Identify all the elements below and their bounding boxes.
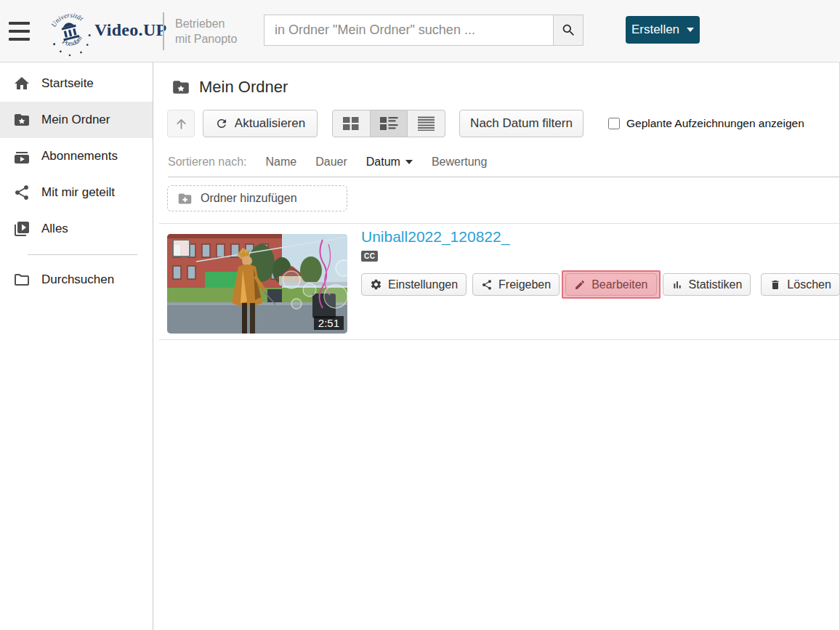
grid-view-icon <box>343 116 359 131</box>
go-up-button[interactable] <box>167 110 195 137</box>
captions-cc-badge: CC <box>361 251 378 262</box>
view-detail-button[interactable] <box>407 110 445 137</box>
search-bar <box>264 15 583 46</box>
video-library-icon <box>13 220 31 238</box>
brand-title[interactable]: Video.UP <box>94 20 167 40</box>
sidebar-item-startseite[interactable]: Startseite <box>0 65 153 102</box>
sidebar-item-mein-ordner[interactable]: Mein Ordner <box>0 102 153 138</box>
scheduled-recordings-checkbox[interactable] <box>608 118 620 129</box>
folder-plus-icon <box>177 191 193 206</box>
bar-chart-icon <box>671 279 683 291</box>
delete-button[interactable]: Löschen <box>761 273 840 296</box>
arrow-up-icon <box>174 117 188 131</box>
view-mode-group <box>332 110 445 137</box>
main-content: Mein Ordner Aktualisieren Nach Datum fil… <box>153 62 840 630</box>
hamburger-icon[interactable] <box>9 22 30 41</box>
sort-option-dauer[interactable]: Dauer <box>315 156 347 169</box>
video-up-panopto-app: { "topbar": { "menu_icon": "hamburger-ic… <box>0 0 840 630</box>
video-list-row: 2:51 Uniball2022_120822_ CC Einstellunge… <box>159 223 839 340</box>
create-button[interactable]: Erstellen <box>626 16 700 44</box>
share-icon <box>481 279 493 291</box>
sort-direction-caret-icon <box>405 160 413 164</box>
folder-star-icon <box>171 78 190 97</box>
video-thumbnail[interactable]: 2:51 <box>167 234 347 334</box>
video-duration-badge: 2:51 <box>314 316 344 330</box>
view-list-button[interactable] <box>370 110 408 137</box>
top-bar: Universität Potsdam Video.UP <box>0 0 840 62</box>
detail-view-icon <box>418 116 435 131</box>
video-action-buttons: Einstellungen Freigeben Bearbeiten Stati… <box>361 273 828 296</box>
folder-icon <box>13 271 31 288</box>
trash-icon <box>770 279 781 291</box>
page-title: Mein Ordner <box>199 78 288 97</box>
folder-star-icon <box>13 111 31 129</box>
sort-option-datum[interactable]: Datum <box>366 156 413 169</box>
gear-icon <box>370 278 382 291</box>
share-button[interactable]: Freigeben <box>472 273 560 296</box>
subscriptions-icon <box>13 148 31 165</box>
refresh-button[interactable]: Aktualisieren <box>203 110 318 137</box>
add-folder-button[interactable]: Ordner hinzufügen <box>167 185 347 211</box>
share-icon <box>13 184 31 201</box>
sidebar-item-abonnements[interactable]: Abonnements <box>0 138 153 174</box>
search-input[interactable] <box>264 15 553 46</box>
topbar-divider <box>163 12 164 50</box>
search-icon <box>561 23 576 38</box>
sort-by-label: Sortieren nach: <box>168 156 247 169</box>
scheduled-recordings-toggle: Geplante Aufzeichnungen anzeigen <box>608 117 804 130</box>
edit-button[interactable]: Bearbeiten <box>565 273 656 296</box>
sidebar: Startseite Mein Ordner Abonnements Mit m… <box>0 62 153 630</box>
sort-option-name[interactable]: Name <box>266 156 297 169</box>
pencil-icon <box>574 279 586 291</box>
video-title-link[interactable]: Uniball2022_120822_ <box>361 228 509 246</box>
home-icon <box>13 75 31 92</box>
chevron-down-icon <box>687 28 694 32</box>
sort-row: Sortieren nach: Name Dauer Datum Bewertu… <box>168 148 839 177</box>
sidebar-item-mit-mir-geteilt[interactable]: Mit mir geteilt <box>0 174 153 211</box>
sidebar-item-durchsuchen[interactable]: Durchsuchen <box>0 262 153 298</box>
search-button[interactable] <box>553 15 583 46</box>
create-button-label: Erstellen <box>631 23 679 37</box>
toolbar: Aktualisieren Nach Datum filtern Geplant… <box>153 110 840 137</box>
video-meta: Uniball2022_120822_ CC Einstellungen Fre… <box>361 228 828 296</box>
sidebar-divider <box>28 254 137 255</box>
statistics-button[interactable]: Statistiken <box>663 273 751 296</box>
sort-option-bewertung[interactable]: Bewertung <box>432 156 488 169</box>
sidebar-item-alles[interactable]: Alles <box>0 211 153 247</box>
university-potsdam-seal-logo[interactable]: Universität Potsdam <box>47 4 93 59</box>
refresh-icon <box>215 117 228 130</box>
svg-text:Potsdam: Potsdam <box>59 33 85 49</box>
settings-button[interactable]: Einstellungen <box>361 273 467 296</box>
filter-by-date-button[interactable]: Nach Datum filtern <box>459 110 583 137</box>
video-select-checkbox[interactable] <box>172 239 190 257</box>
view-grid-button[interactable] <box>333 110 370 137</box>
powered-by-panopto: Betrieben mit Panopto <box>175 16 237 47</box>
seal-bottom-text: Potsdam <box>59 33 85 49</box>
page-header: Mein Ordner <box>171 78 288 97</box>
list-view-icon <box>380 116 398 131</box>
scheduled-recordings-label: Geplante Aufzeichnungen anzeigen <box>626 117 804 130</box>
